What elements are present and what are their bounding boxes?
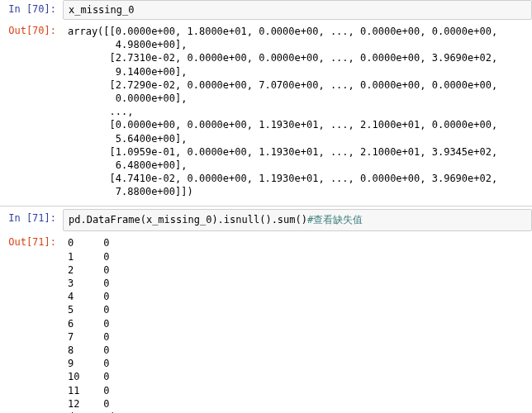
output-cell-71: Out[71]: 0 0 1 0 2 0 3 0 4 0 5 0 6 0 7 0… <box>0 233 532 413</box>
code-input-71[interactable]: pd.DataFrame(x_missing_0).isnull().sum()… <box>63 209 532 231</box>
code-text-70: x_missing_0 <box>69 4 134 16</box>
in-prompt-70: In [70]: <box>0 0 63 17</box>
out-prompt-70: Out[70]: <box>0 21 63 38</box>
output-cell-70: Out[70]: array([[0.0000e+00, 1.8000e+01,… <box>0 21 532 203</box>
code-text-71: pd.DataFrame(x_missing_0).isnull().sum() <box>69 214 307 225</box>
input-cell-71: In [71]: pd.DataFrame(x_missing_0).isnul… <box>0 209 532 231</box>
out-prompt-71: Out[71]: <box>0 233 63 249</box>
input-cell-70: In [70]: x_missing_0 <box>0 0 532 20</box>
output-area-70: array([[0.0000e+00, 1.8000e+01, 0.0000e+… <box>63 21 532 203</box>
code-input-70[interactable]: x_missing_0 <box>63 0 532 20</box>
in-prompt-71: In [71]: <box>0 209 63 225</box>
output-area-71: 0 0 1 0 2 0 3 0 4 0 5 0 6 0 7 0 8 0 9 0 … <box>63 233 532 413</box>
cell-divider <box>0 206 532 206</box>
code-comment-71: #查看缺失值 <box>307 214 363 225</box>
